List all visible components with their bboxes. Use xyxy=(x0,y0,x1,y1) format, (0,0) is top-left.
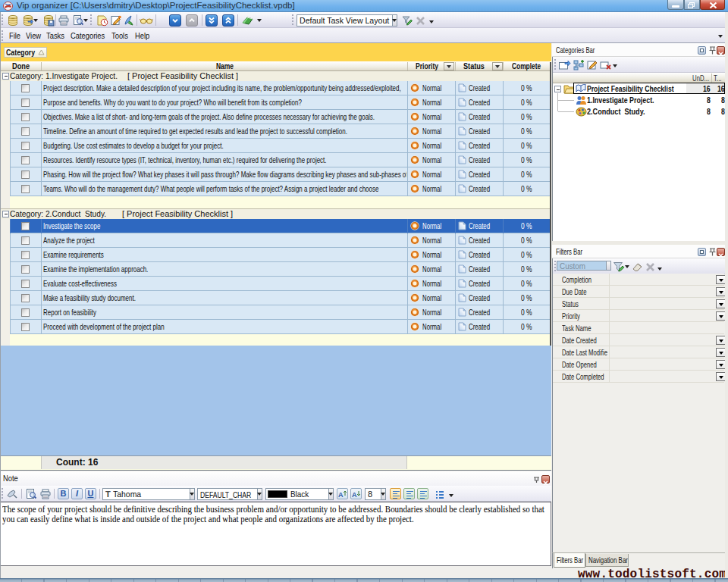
svg-text:A: A xyxy=(338,491,344,499)
svg-text:A: A xyxy=(352,491,357,499)
